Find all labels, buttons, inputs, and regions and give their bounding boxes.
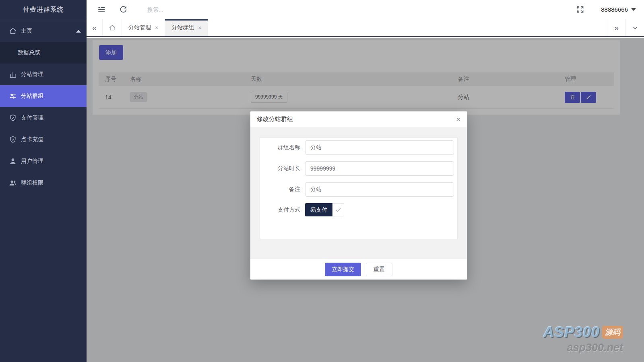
tab-site-groups[interactable]: 分站群组 × <box>165 19 208 36</box>
sidebar: 付费进群系统 主页 数据总览 分站管理 分站群组 <box>0 0 87 362</box>
sidebar-item-home[interactable]: 主页 <box>0 20 87 42</box>
duration-input[interactable] <box>305 161 454 176</box>
tab-label: 分站管理 <box>128 24 151 31</box>
sidebar-item-data-overview[interactable]: 数据总览 <box>0 42 87 64</box>
modal-header: 修改分站群组 × <box>250 111 467 127</box>
close-tab-icon[interactable]: × <box>198 25 201 31</box>
user-menu[interactable]: 88886666 <box>601 6 636 13</box>
tab-home[interactable] <box>103 19 122 36</box>
home-icon <box>9 27 17 35</box>
sidebar-item-group-permissions[interactable]: 群组权限 <box>0 172 87 194</box>
sidebar-item-card-recharge[interactable]: 点卡充值 <box>0 129 87 150</box>
sliders-icon <box>9 92 17 100</box>
tabs-menu-button[interactable] <box>625 19 644 36</box>
sidebar-item-label: 支付管理 <box>21 114 43 121</box>
collapse-menu-icon[interactable] <box>97 5 106 14</box>
sidebar-item-site-groups[interactable]: 分站群组 <box>0 85 87 107</box>
home-icon <box>109 24 116 31</box>
duration-label: 分站时长 <box>260 165 300 172</box>
watermark-badge: 源码 <box>602 326 623 339</box>
group-name-label: 群组名称 <box>260 144 300 151</box>
payment-checkbox[interactable] <box>332 203 344 216</box>
main-content: 添加 序号 名称 天数 备注 管理 14 分站 99999999 天 分站 <box>87 38 644 362</box>
remark-label: 备注 <box>260 186 300 193</box>
group-name-input[interactable] <box>305 140 454 155</box>
tabs-scroll-right-button[interactable]: » <box>607 19 625 36</box>
payment-method-label: 支付方式 <box>260 206 300 214</box>
fullscreen-icon[interactable] <box>576 6 584 13</box>
sidebar-item-label: 分站管理 <box>21 71 43 78</box>
submit-button[interactable]: 立即提交 <box>325 263 361 276</box>
chevron-down-icon <box>632 24 639 31</box>
sidebar-item-label: 主页 <box>21 27 32 35</box>
shield-check-icon <box>9 136 17 144</box>
tabs-scroll-left-button[interactable]: « <box>87 19 103 36</box>
sidebar-item-payment-manage[interactable]: 支付管理 <box>0 107 87 129</box>
top-bar: 88886666 <box>87 0 644 19</box>
user-icon <box>9 157 17 165</box>
close-tab-icon[interactable]: × <box>155 25 158 31</box>
epay-button[interactable]: 易支付 <box>305 203 332 216</box>
sidebar-subitem-label: 数据总览 <box>18 49 40 56</box>
sidebar-item-label: 用户管理 <box>21 158 43 165</box>
caret-down-icon <box>631 8 636 11</box>
sidebar-item-user-manage[interactable]: 用户管理 <box>0 150 87 172</box>
modal-body: 群组名称 分站时长 备注 支付方式 易支付 <box>250 127 467 259</box>
tab-bar: « 分站管理 × 分站群组 × » <box>87 19 644 37</box>
refresh-icon[interactable] <box>118 5 128 14</box>
sidebar-item-label: 分站群组 <box>21 93 43 100</box>
search-input[interactable] <box>147 6 268 13</box>
reset-button[interactable]: 重置 <box>366 263 392 276</box>
caret-up-icon <box>76 30 81 33</box>
app-title: 付费进群系统 <box>0 0 87 20</box>
shield-check-icon <box>9 114 17 122</box>
sidebar-item-site-manage[interactable]: 分站管理 <box>0 64 87 85</box>
watermark-brand: ASP300 <box>543 324 600 341</box>
tab-label: 分站群组 <box>171 24 194 31</box>
close-icon[interactable]: × <box>456 115 460 123</box>
watermark-domain: asp300.net <box>543 341 623 354</box>
edit-group-modal: 修改分站群组 × 群组名称 分站时长 备注 支付方式 <box>250 111 467 280</box>
username: 88886666 <box>601 6 628 13</box>
remark-input[interactable] <box>305 182 454 197</box>
modal-footer: 立即提交 重置 <box>250 259 467 280</box>
sidebar-item-label: 群组权限 <box>21 179 43 187</box>
sidebar-item-label: 点卡充值 <box>21 136 43 143</box>
modal-title: 修改分站群组 <box>257 115 293 123</box>
check-icon <box>335 206 342 213</box>
watermark: ASP300 源码 asp300.net <box>543 324 623 354</box>
modal-form-card: 群组名称 分站时长 备注 支付方式 易支付 <box>260 138 458 239</box>
bar-chart-icon <box>9 70 17 78</box>
users-icon <box>9 179 17 187</box>
tab-site-manage[interactable]: 分站管理 × <box>122 19 165 36</box>
